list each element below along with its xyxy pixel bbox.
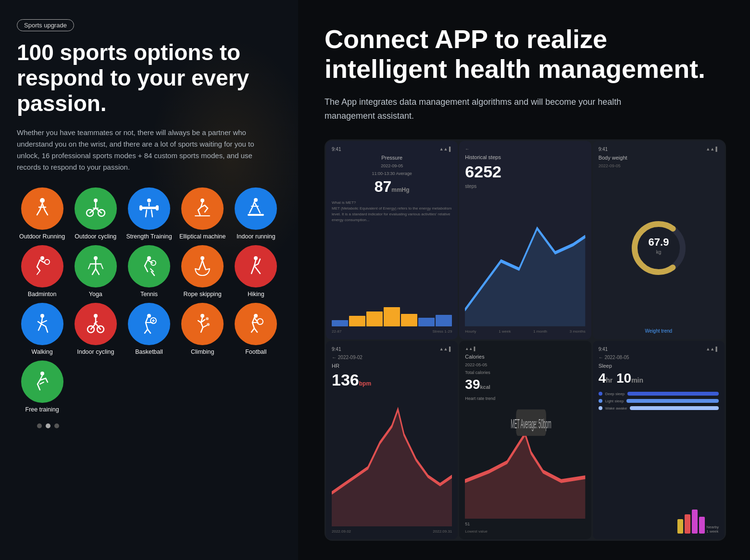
dot-2[interactable] — [46, 423, 50, 428]
left-panel: Sports upgrade 100 sports options to res… — [0, 0, 298, 560]
screen-calories: ▲▲ ▌ Calories 2022-05-05 Total calories … — [459, 341, 591, 539]
sport-free-training[interactable]: Free training — [17, 361, 67, 413]
sport-badminton[interactable]: Badminton — [17, 245, 67, 298]
right-panel: Connect APP to realize intelligent healt… — [298, 0, 750, 560]
screen-hr: 9:41 ▲▲ ▌ ← 2022-09-02 HR 136bpm 2022.09… — [326, 341, 458, 539]
svg-text:kg: kg — [656, 249, 662, 255]
carousel-dots — [17, 423, 281, 428]
sport-indoor-running[interactable]: Indoor running — [231, 187, 281, 240]
svg-text:MET Average: 50bpm: MET Average: 50bpm — [511, 417, 551, 431]
sport-yoga[interactable]: Yoga — [70, 245, 121, 298]
sports-upgrade-badge: Sports upgrade — [17, 19, 74, 31]
sport-indoor-cycling[interactable]: Indoor cycling — [70, 303, 121, 356]
sport-outdoor-running[interactable]: Outdoor Running — [17, 187, 67, 240]
svg-rect-7 — [156, 205, 159, 211]
app-screenshots-collage: 9:41 ▲▲ ▌ Pressure 2022-09-05 11:00-13:3… — [325, 139, 726, 541]
sport-rope-skipping[interactable]: Rope skipping — [177, 245, 228, 298]
svg-point-25 — [206, 317, 209, 320]
sport-basketball[interactable]: Basketball — [124, 303, 174, 356]
sport-walking[interactable]: Walking — [17, 303, 67, 356]
svg-text:67.9: 67.9 — [648, 236, 669, 248]
sport-football[interactable]: Football — [231, 303, 281, 356]
sports-grid: Outdoor Running Outdoor cycling Strength… — [17, 187, 281, 414]
left-description: Whether you have teammates or not, there… — [17, 127, 267, 173]
svg-rect-5 — [141, 207, 157, 209]
svg-marker-36 — [465, 434, 585, 519]
sport-climbing[interactable]: Climbing — [177, 303, 228, 356]
svg-point-0 — [40, 198, 45, 203]
screen-pressure: 9:41 ▲▲ ▌ Pressure 2022-09-05 11:00-13:3… — [326, 141, 458, 339]
sport-strength-training[interactable]: Strength Training — [124, 187, 174, 240]
sport-tennis[interactable]: Tennis — [124, 245, 174, 298]
right-description: The App integrates data management algor… — [325, 95, 661, 123]
left-title: 100 sports options to respond to your ev… — [17, 40, 281, 116]
sport-hiking[interactable]: Hiking — [231, 245, 281, 298]
screen-body-weight: 9:41 ▲▲ ▌ Body weight 2022-09-05 67.9 kg… — [593, 141, 725, 339]
screen-sleep: 9:41 ▲▲ ▌ ← 2022-08-05 Sleep 4hr 10min D… — [593, 341, 725, 539]
sport-outdoor-cycling[interactable]: Outdoor cycling — [70, 187, 121, 240]
svg-point-4 — [147, 199, 151, 202]
svg-point-11 — [40, 256, 44, 260]
right-title: Connect APP to realize intelligent healt… — [325, 24, 726, 84]
svg-point-26 — [207, 323, 210, 326]
dot-1[interactable] — [37, 423, 42, 428]
svg-point-28 — [257, 319, 263, 324]
svg-rect-10 — [248, 214, 264, 216]
svg-marker-30 — [465, 228, 585, 326]
svg-rect-6 — [139, 205, 142, 211]
sport-elliptical[interactable]: Elliptical machine — [177, 187, 228, 240]
svg-point-12 — [45, 260, 50, 264]
screen-historical-steps: ← Historical steps 6252 steps Hourly1 we… — [459, 141, 591, 339]
svg-marker-35 — [332, 410, 452, 526]
dot-3[interactable] — [54, 423, 59, 428]
